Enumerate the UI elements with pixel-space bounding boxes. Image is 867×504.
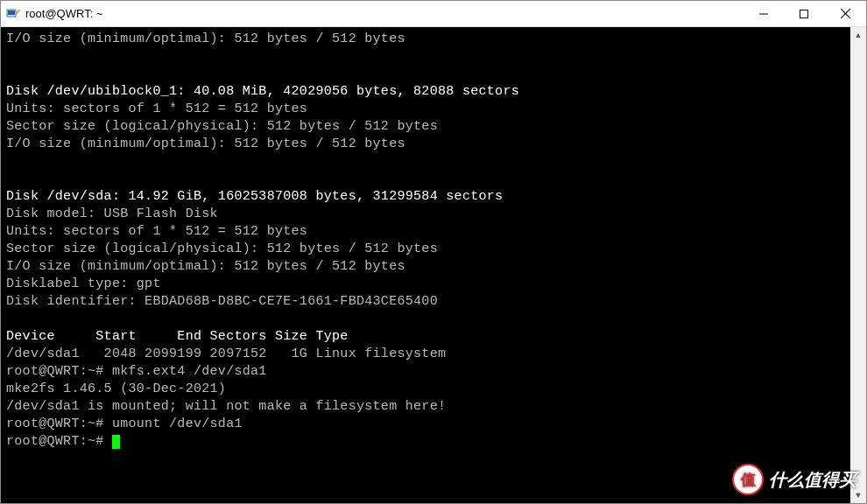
scrollbar[interactable]: ▲ ▼ [850,27,866,503]
putty-icon [6,7,20,21]
close-button[interactable] [824,1,866,26]
terminal-output[interactable]: I/O size (minimum/optimal): 512 bytes / … [1,27,850,503]
window-controls [744,1,866,26]
cursor [112,435,120,449]
scroll-up-arrow[interactable]: ▲ [850,27,866,43]
terminal-area: I/O size (minimum/optimal): 512 bytes / … [1,27,866,503]
watermark-text: 什么值得买 [769,468,856,492]
app-window: root@QWRT: ~ I/O size (minimum/optimal):… [0,0,867,504]
title-bar[interactable]: root@QWRT: ~ [1,1,866,27]
maximize-button[interactable] [784,1,824,26]
minimize-button[interactable] [744,1,784,26]
watermark-icon: 值 [732,464,764,495]
svg-rect-1 [8,10,15,15]
svg-rect-3 [800,10,808,18]
watermark: 值 什么值得买 [732,464,856,495]
window-title: root@QWRT: ~ [25,7,744,20]
